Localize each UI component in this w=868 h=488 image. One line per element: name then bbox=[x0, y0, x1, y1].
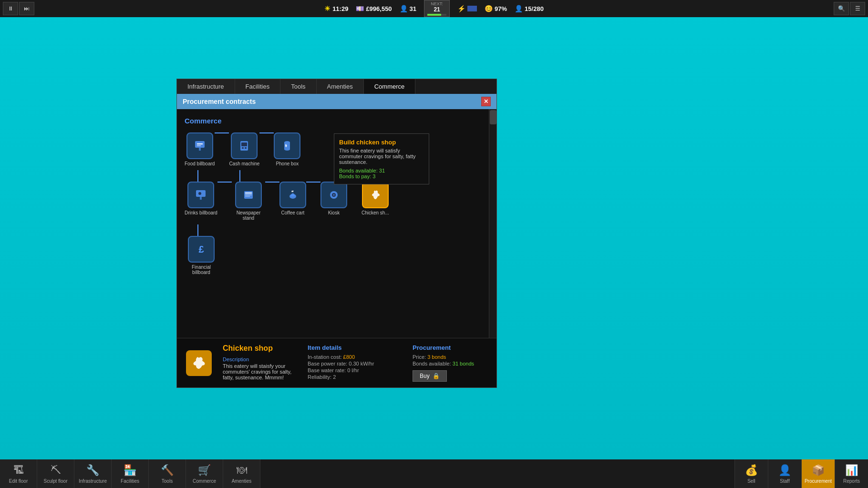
item-newspaper-stand[interactable]: Newspaper stand bbox=[232, 182, 265, 221]
tooltip-bonds-to-pay-value: 3 bbox=[372, 173, 375, 179]
time-stat: ☀ 11:29 bbox=[324, 5, 348, 12]
top-bar-right-controls: 🔍 ☰ bbox=[831, 2, 868, 15]
buy-lock-icon: 🔒 bbox=[433, 373, 440, 379]
procurement-dialog: Infrastructure Facilities Tools Amenties… bbox=[176, 79, 497, 388]
bottom-btn-staff[interactable]: 👤 Staff bbox=[768, 459, 801, 488]
tab-facilities[interactable]: Facilities bbox=[235, 79, 281, 94]
svg-rect-10 bbox=[200, 197, 202, 200]
bottom-btn-commerce[interactable]: 🛒 Commerce bbox=[186, 459, 223, 488]
item-phone-box[interactable]: Phone box bbox=[274, 132, 300, 166]
staff-icon: 👤 bbox=[778, 464, 791, 477]
info-panel: Chicken shop Description This eatery wil… bbox=[177, 338, 496, 387]
drinks-billboard-icon[interactable] bbox=[187, 182, 214, 208]
tooltip-bonds: Bonds available: 31 Bonds to pay: 3 bbox=[339, 168, 424, 179]
item-cash-machine[interactable]: Cash machine bbox=[229, 132, 259, 166]
connector-5 bbox=[306, 182, 320, 183]
item-chicken-shop[interactable]: Chicken sh... bbox=[362, 182, 389, 215]
vconnector-2 bbox=[239, 170, 240, 182]
tab-tools[interactable]: Tools bbox=[280, 79, 316, 94]
money-value: £996,550 bbox=[366, 5, 392, 12]
phone-box-icon[interactable] bbox=[274, 132, 300, 159]
procurement-icon: 📦 bbox=[812, 464, 825, 477]
bottom-btn-tools[interactable]: 🔨 Tools bbox=[149, 459, 186, 488]
coffee-cart-icon[interactable] bbox=[279, 182, 306, 208]
tab-amenties[interactable]: Amenties bbox=[317, 79, 364, 94]
chicken-shop-icon[interactable] bbox=[362, 182, 389, 208]
bottom-btn-facilities[interactable]: 🏪 Facilities bbox=[112, 459, 149, 488]
procurement-label: Procurement bbox=[805, 478, 832, 484]
sun-icon: ☀ bbox=[324, 5, 331, 12]
sell-icon: 💰 bbox=[745, 464, 758, 477]
phone-box-label: Phone box bbox=[276, 161, 299, 166]
in-station-cost-row: In-station cost: £800 bbox=[308, 354, 403, 360]
bottom-btn-edit-floor[interactable]: 🏗 Edit floor bbox=[0, 459, 37, 488]
in-station-cost-label: In-station cost: bbox=[308, 354, 342, 360]
search-button[interactable]: 🔍 bbox=[834, 2, 849, 15]
item-coffee-cart[interactable]: Coffee cart bbox=[279, 182, 306, 215]
commerce-icon: 🛒 bbox=[198, 464, 211, 477]
time-value: 11:29 bbox=[332, 5, 348, 12]
bonds-available-label: Bonds available: bbox=[413, 361, 451, 366]
item-financial-billboard[interactable]: £ Financial billboard bbox=[185, 236, 218, 275]
pause-button[interactable]: ⏸ bbox=[3, 2, 18, 15]
financial-billboard-label: Financial billboard bbox=[185, 264, 218, 275]
tab-infrastructure[interactable]: Infrastructure bbox=[177, 79, 235, 94]
financial-billboard-icon[interactable]: £ bbox=[188, 236, 215, 263]
bottom-btn-sculpt-floor[interactable]: ⛏ Sculpt floor bbox=[37, 459, 74, 488]
capacity-value: 15/280 bbox=[525, 5, 544, 12]
cash-machine-icon[interactable] bbox=[231, 132, 258, 159]
dialog-scrollbar[interactable] bbox=[489, 109, 496, 338]
next-progress-bar bbox=[427, 14, 446, 16]
tooltip-bonds-to-pay: Bonds to pay: 3 bbox=[339, 173, 424, 179]
tooltip-desc: This fine eatery will satisfy commuter c… bbox=[339, 148, 424, 165]
edit-floor-icon: 🏗 bbox=[13, 464, 24, 477]
newspaper-stand-icon[interactable] bbox=[235, 182, 262, 208]
price-row: Price: 3 bonds bbox=[413, 354, 489, 360]
item-food-billboard[interactable]: Food billboard bbox=[185, 132, 215, 166]
tooltip-bonds-available-label: Bonds available: bbox=[339, 168, 378, 173]
next-value: 21 bbox=[434, 6, 440, 13]
kiosk-icon[interactable] bbox=[320, 182, 347, 208]
dialog-title: Procurement contracts bbox=[183, 98, 256, 105]
item-drinks-billboard[interactable]: Drinks billboard bbox=[185, 182, 217, 215]
reliability-value: 2 bbox=[333, 374, 336, 380]
power-stat: ⚡ bbox=[457, 5, 477, 12]
close-button[interactable]: ✕ bbox=[481, 97, 491, 106]
svg-point-9 bbox=[198, 192, 201, 195]
bottom-btn-sell[interactable]: 💰 Sell bbox=[734, 459, 768, 488]
food-billboard-icon[interactable] bbox=[186, 132, 213, 159]
bottom-btn-amenties[interactable]: 🍽 Amenties bbox=[223, 459, 260, 488]
svg-rect-5 bbox=[241, 142, 247, 146]
buy-button[interactable]: Buy 🔒 bbox=[413, 370, 447, 382]
top-bar-controls: ⏸ ⏭ bbox=[0, 2, 37, 15]
money-icon: 💷 bbox=[356, 5, 364, 12]
bonds-available-row: Bonds available: 31 bonds bbox=[413, 361, 489, 366]
svg-rect-14 bbox=[245, 196, 250, 197]
bottom-btn-infrastructure[interactable]: 🔧 Infrastructure bbox=[74, 459, 112, 488]
bottom-bar: 🏗 Edit floor ⛏ Sculpt floor 🔧 Infrastruc… bbox=[0, 459, 868, 488]
edit-floor-label: Edit floor bbox=[9, 478, 28, 484]
description-label: Description bbox=[223, 356, 298, 362]
item-details-column: Item details In-station cost: £800 Base … bbox=[308, 344, 403, 382]
people-icon: 👤 bbox=[400, 5, 408, 12]
tooltip-bonds-available-value: 31 bbox=[379, 168, 385, 173]
svg-rect-7 bbox=[245, 147, 247, 149]
passengers-value: 31 bbox=[410, 5, 416, 12]
reports-icon: 📊 bbox=[845, 464, 858, 477]
power-bar bbox=[467, 6, 477, 11]
connector-4 bbox=[265, 182, 279, 183]
drinks-billboard-label: Drinks billboard bbox=[185, 210, 217, 215]
price-label: Price: bbox=[413, 354, 426, 360]
tab-commerce[interactable]: Commerce bbox=[364, 79, 416, 94]
fast-forward-button[interactable]: ⏭ bbox=[19, 2, 34, 15]
item-kiosk[interactable]: Kiosk bbox=[320, 182, 347, 215]
food-billboard-label: Food billboard bbox=[185, 161, 215, 166]
vconnector-3 bbox=[197, 224, 198, 236]
cash-machine-label: Cash machine bbox=[229, 161, 259, 166]
bottom-btn-reports[interactable]: 📊 Reports bbox=[835, 459, 868, 488]
svg-rect-12 bbox=[245, 193, 252, 193]
reliability-label: Reliability: bbox=[308, 374, 331, 380]
menu-button[interactable]: ☰ bbox=[850, 2, 865, 15]
bottom-btn-procurement[interactable]: 📦 Procurement bbox=[801, 459, 835, 488]
connector-3 bbox=[217, 182, 232, 183]
